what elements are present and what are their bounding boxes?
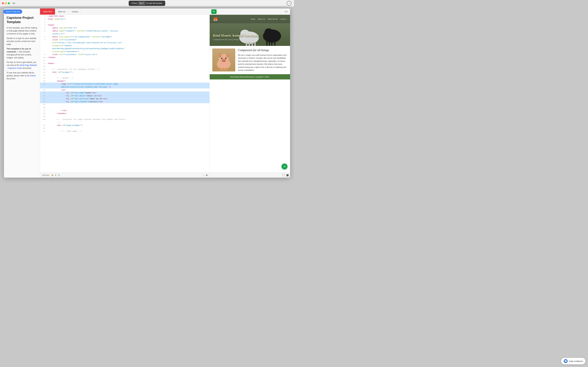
footer-text: Kind Hearts Animal Sanctuary. Copyright … <box>230 76 269 78</box>
code-line-29: 29 <box>40 115 209 118</box>
code-line-8b: href="https://use.fontawesome.com/releas… <box>40 41 209 44</box>
code-line-28: 28 </header> <box>40 112 209 115</box>
code-line-3: 3 <box>40 21 209 24</box>
code-line-6: 6 <meta name="viewport" content="width=d… <box>40 30 209 33</box>
footer-right: ⛶ ▦ <box>203 174 208 176</box>
content-image <box>212 49 235 71</box>
expand-preview-icon[interactable]: ⛶ <box>282 174 285 177</box>
nav-whatwedo-link[interactable]: What We Do <box>268 18 278 20</box>
code-line-10: 10</head> <box>40 56 209 59</box>
code-line-6b: scale=1.0"> <box>40 33 209 35</box>
preview-eye-button[interactable]: 👁 <box>211 9 216 14</box>
svg-rect-6 <box>274 41 276 46</box>
code-line-26: 26 <box>40 106 209 109</box>
code-line-19: 19 <img src="/resources/projects/techrea… <box>40 83 209 85</box>
main-modal: ≡ Instructions Capstone Project Template… <box>4 8 290 178</box>
window-minimize-dot[interactable] <box>5 2 7 4</box>
tab-style-css[interactable]: style.css <box>55 8 69 15</box>
hero-title-block: Kind Hearts Animal Sanctuary Compassion … <box>213 33 259 41</box>
nav-home-link[interactable]: Home <box>251 18 255 20</box>
instructions-body: In this template, you will be making a m… <box>7 26 37 80</box>
content-body: We are a vegan non-profit animal rescue … <box>238 54 287 72</box>
pig-svg <box>212 49 235 71</box>
nav-contact-link[interactable]: Contact <box>280 18 287 20</box>
window-close-dot[interactable] <box>2 2 4 4</box>
svg-point-22 <box>224 60 225 61</box>
svg-point-20 <box>222 59 226 62</box>
lock-icon: 🔒 <box>51 174 53 176</box>
footer-icons: 🔒 ⚙ 🔍 <box>51 174 60 176</box>
instructions-title: Capstone Project Template <box>7 16 37 24</box>
hero-title: Kind Hearts Animal Sanctuary <box>213 33 259 38</box>
tab-script-js[interactable]: script.js <box>69 8 82 15</box>
code-line-2: 2<html lang="en"> <box>40 18 209 21</box>
preview-content: 🦊 Home About Us What We Do Contact Kind … <box>210 15 290 172</box>
hero-nav: 🦊 Home About Us What We Do Contact <box>210 15 290 23</box>
code-line-18: 18 <header> <box>40 80 209 83</box>
fullscreen-text: to exit full screen <box>146 2 162 4</box>
tab-index-html[interactable]: index.html <box>40 8 55 15</box>
website-footer: Kind Hearts Animal Sanctuary. Copyright … <box>210 74 290 79</box>
svg-rect-5 <box>271 41 273 46</box>
instructions-para4: For tips on how to get started, you can … <box>7 61 37 70</box>
code-line-23: 23 <li id="nav-services">What We Do</li> <box>40 97 209 100</box>
website-hero: 🦊 Home About Us What We Do Contact Kind … <box>210 15 290 46</box>
code-line-13: 13 <box>40 65 209 68</box>
hero-nav-logo: 🦊 <box>213 17 218 21</box>
code-line-11: 11 <box>40 59 209 62</box>
instructions-para2: Decide on a topic for your website, and … <box>7 37 37 46</box>
svg-rect-4 <box>269 41 270 46</box>
nav-about-link[interactable]: About Us <box>258 18 265 20</box>
code-line-27: 27 </ul> <box>40 109 209 112</box>
code-line-21: 21 <li id="nav-home">Home</li> <box>40 92 209 94</box>
code-line-20: 20 <ul> <box>40 88 209 92</box>
top-bar-title: file <box>12 2 15 4</box>
code-line-24: 24 <li id="nav-contact">Contact</li> <box>40 100 209 103</box>
split-preview-icon[interactable]: ▦ <box>286 174 289 177</box>
hero-background: 🦊 Home About Us What We Do Contact Kind … <box>210 15 290 46</box>
settings-icon: ⚙ <box>55 174 56 176</box>
code-line-9: 9 <link rel="stylesheet" href="style.css… <box>40 53 209 56</box>
rubric-link[interactable]: Rubric <box>30 75 36 77</box>
content-heading: Compassion for all beings <box>238 49 287 52</box>
svg-rect-27 <box>220 68 222 71</box>
code-line-7: 7 <meta http-equiv="X-UA-Compatible" con… <box>40 35 209 38</box>
editor-tabs: index.html style.css script.js <box>40 8 209 15</box>
preview-code-button[interactable]: </> <box>284 9 288 14</box>
code-line-33: 33 <!-- Home page --> <box>40 130 209 133</box>
code-line-15: 15 <div id="wrapper"> <box>40 71 209 74</box>
search-icon[interactable]: 🔍 <box>58 174 60 176</box>
fn-f-key: {fn} F <box>138 2 146 5</box>
code-line-12: 12<body> <box>40 62 209 65</box>
code-line-8d: oS3vJMv+0UjzBFQe3TuhtDtw+Pj2yciDJxpsKIOY… <box>40 47 209 50</box>
code-line-31: 31 <div id="page-wrapper"> <box>40 124 209 127</box>
window-maximize-dot[interactable] <box>8 2 10 4</box>
content-section: Compassion for all beings We are a vegan… <box>210 46 290 74</box>
refresh-button[interactable]: ↻ <box>282 164 287 169</box>
code-line-8e: crossorigin="anonymous"> <box>40 50 209 53</box>
code-line-32: 32 <box>40 127 209 130</box>
code-line-5: 5 <meta charset="UTF-8"> <box>40 26 209 30</box>
line-count: 148 lines <box>42 174 49 176</box>
code-line-22: 22 <li id="nav-about">About Us</li> <box>40 94 209 97</box>
close-button[interactable]: × <box>287 1 291 6</box>
svg-point-25 <box>222 58 222 58</box>
open-new-tab-button[interactable]: Open in new tab <box>3 9 22 14</box>
editor-content[interactable]: 1<!DOCTYPE html> 2<html lang="en"> 3 4<h… <box>40 15 209 172</box>
svg-point-21 <box>223 60 224 61</box>
code-line-8: 8 <link rel="stylesheet" <box>40 38 209 41</box>
editor-panel: index.html style.css script.js 1<!DOCTYP… <box>40 8 210 178</box>
footer-left: 148 lines 🔒 ⚙ 🔍 <box>42 174 60 176</box>
preview-panel: 👁 </> <box>210 8 290 178</box>
svg-rect-3 <box>266 41 268 46</box>
fullscreen-notice: Press {fn} F to exit full screen <box>129 1 165 6</box>
instructions-para3: This template is for you to customize — … <box>7 47 37 59</box>
code-line-1: 1<!DOCTYPE html> <box>40 15 209 18</box>
code-line-19b: website/illustration-1518342_960_720.png… <box>40 85 209 88</box>
press-label: Press <box>132 2 137 4</box>
svg-rect-29 <box>225 68 227 71</box>
code-line-16: 16 <box>40 74 209 77</box>
editor-footer: 148 lines 🔒 ⚙ 🔍 ⛶ ▦ <box>40 172 209 178</box>
split-icon[interactable]: ▦ <box>206 174 208 176</box>
expand-icon[interactable]: ⛶ <box>203 174 205 176</box>
